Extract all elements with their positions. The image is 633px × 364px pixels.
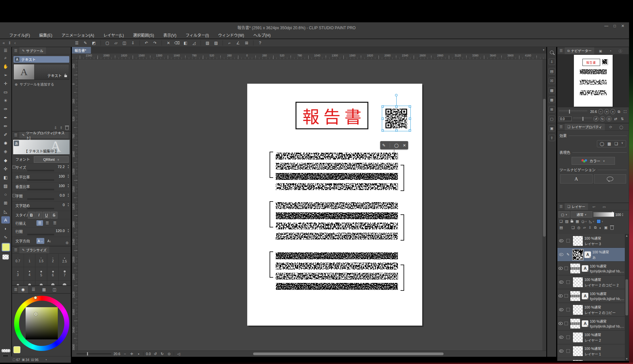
brush-size-cell[interactable]: 2.5: [59, 254, 71, 267]
checkbox-icon[interactable]: [566, 335, 570, 339]
layer-thumbnail[interactable]: [570, 291, 580, 301]
tool-button[interactable]: ▭: [1, 88, 10, 96]
menu-item[interactable]: フィルター(I): [181, 32, 213, 38]
menu-item[interactable]: 編集(E): [34, 32, 57, 38]
rotation-value[interactable]: 0.0: [146, 352, 151, 356]
menu-item[interactable]: アニメーション(A): [57, 32, 99, 38]
layer-visibility-toggle[interactable]: [557, 308, 565, 311]
layer-thumbnail[interactable]: [570, 318, 580, 329]
halftone-icon[interactable]: ▩: [549, 87, 555, 94]
tool-button[interactable]: ✐: [1, 131, 10, 138]
info-tab[interactable]: ▣: [596, 47, 605, 54]
layer-row[interactable]: ✎ A⚙ 100 %通常 レイヤー 2: [557, 331, 625, 344]
tool-button[interactable]: ✒: [1, 114, 10, 121]
lock-layer-icon[interactable]: [571, 221, 573, 223]
command-icon[interactable]: [100, 40, 101, 46]
brush-size-cell[interactable]: 3: [12, 267, 24, 281]
main-color-chip[interactable]: [2, 243, 10, 251]
resize-handle[interactable]: [409, 118, 411, 120]
zoom-value[interactable]: 20.6: [114, 352, 120, 356]
command-icon[interactable]: ▢: [104, 40, 111, 46]
fit-screen-button[interactable]: ▪: [136, 352, 141, 356]
nav-zoom-value[interactable]: 20.6: [589, 110, 597, 114]
layer-thumbnail[interactable]: [573, 360, 583, 361]
tool-button[interactable]: ✏: [1, 122, 10, 130]
command-icon[interactable]: ☰: [73, 40, 80, 46]
checkbox-icon[interactable]: [566, 308, 570, 311]
command-icon[interactable]: ✕: [165, 40, 172, 46]
zoom-out-button[interactable]: −: [598, 109, 603, 114]
trash-icon[interactable]: [65, 127, 69, 130]
layer-thumbnail[interactable]: [573, 305, 583, 315]
opacity-spinner[interactable]: ▲▼: [622, 213, 624, 217]
previous-view-icon[interactable]: ◁: [176, 352, 181, 356]
fullscreen-icon[interactable]: ⛶: [623, 110, 627, 114]
tone-effect-icon[interactable]: ▩: [607, 141, 611, 146]
brush-size-cell[interactable]: 4: [24, 267, 36, 281]
char-spacing-spinner[interactable]: ▲▼: [67, 193, 69, 198]
mask-enable-icon[interactable]: ▦: [576, 219, 579, 224]
checkbox-icon[interactable]: [566, 239, 570, 243]
new-layer-dialog-icon[interactable]: ◎: [577, 225, 580, 230]
layer-thumbnail[interactable]: [573, 249, 583, 260]
size-value[interactable]: 72.2: [58, 165, 65, 169]
ruler-range-icon[interactable]: ◺: [589, 219, 592, 224]
layer-name[interactable]: fgshjdjknlk,bjjbaf hb,jhbhl.hkvl.hv: [590, 324, 625, 328]
zoom-in-button[interactable]: ✛: [129, 352, 134, 356]
pattern-icon[interactable]: ▦: [549, 96, 555, 103]
layer-color-chip[interactable]: [597, 219, 601, 224]
tool-button[interactable]: ◆: [1, 157, 10, 164]
reset-rotation-button[interactable]: ⊙: [606, 116, 612, 121]
italic-button[interactable]: I: [35, 212, 42, 219]
layer-visibility-toggle[interactable]: [557, 336, 565, 339]
command-icon[interactable]: ◧: [182, 40, 189, 46]
tool-button[interactable]: ✺: [1, 139, 10, 147]
layer-row[interactable]: ✎ A⚙ 100 %通常 fgshjdjknlk,bjjbaf hb,jhbhl…: [557, 262, 625, 275]
command-icon[interactable]: ⌐: [226, 40, 233, 46]
char-spacing-value[interactable]: 0.0: [60, 193, 65, 197]
color-slider-tab[interactable]: ☰: [29, 286, 38, 293]
bold-button[interactable]: B: [28, 212, 35, 219]
h-ratio-value[interactable]: 100: [59, 174, 65, 178]
brush-size-cell[interactable]: 7: [59, 267, 71, 281]
delete-layer-icon[interactable]: [610, 226, 614, 230]
tool-button[interactable]: ○: [1, 191, 10, 198]
new-folder-icon[interactable]: ▱: [583, 225, 586, 230]
qr-text-block[interactable]: [276, 252, 398, 290]
fit-window-icon[interactable]: ⧉: [617, 110, 621, 114]
layer-thumbnail[interactable]: [573, 277, 583, 288]
tool-button[interactable]: ◗: [1, 225, 10, 232]
char-spacing-slider[interactable]: [27, 198, 54, 200]
strikethrough-button[interactable]: S: [51, 212, 57, 219]
layer-row[interactable]: ✎ A⚙ 100 %通常 fgshjdjknlk,bjjbaf hb,jhbhl…: [557, 289, 625, 303]
opacity-value[interactable]: 100: [615, 213, 621, 217]
collapse-left-icon[interactable]: «: [3, 41, 5, 45]
create-mask-icon[interactable]: ◐: [599, 226, 601, 230]
clip-below-icon[interactable]: ❏: [559, 219, 563, 224]
nav-rotation-slider[interactable]: [573, 117, 592, 120]
h-ratio-spinner[interactable]: ▲▼: [67, 174, 69, 179]
layer-row[interactable]: ✎ A⚙ 100 %通常 あ: [557, 248, 625, 262]
transfer-down-icon[interactable]: ⇩: [588, 225, 591, 230]
panel-menu-icon[interactable]: ☰: [14, 49, 17, 53]
layer-visibility-toggle[interactable]: [557, 253, 565, 256]
checkbox-icon[interactable]: [564, 294, 568, 298]
collapse-prev-icon[interactable]: ‹: [14, 41, 16, 45]
command-icon[interactable]: [201, 40, 201, 46]
layer-visibility-toggle[interactable]: [557, 322, 563, 325]
grid-icon[interactable]: ⊞: [549, 106, 555, 113]
tool-strip-menu-icon[interactable]: ☰: [0, 47, 11, 53]
layer-color-effect-icon[interactable]: ❏: [614, 141, 618, 146]
x-box-icon[interactable]: ☒: [549, 77, 555, 84]
tool-button[interactable]: ⊞: [1, 199, 10, 206]
layer-name[interactable]: レイヤー 2 のコピー 2: [584, 283, 619, 288]
reset-rotation-button[interactable]: ⊙: [167, 352, 171, 356]
qr-code-object[interactable]: [383, 107, 410, 130]
subtool-group-text[interactable]: A テキスト: [13, 56, 69, 63]
brush-size-cell[interactable]: 2: [47, 254, 59, 267]
current-color-chip[interactable]: [13, 346, 20, 353]
layer-search-tab[interactable]: ↩: [590, 203, 598, 210]
align-right-button[interactable]: ☰: [52, 220, 58, 226]
h-ratio-slider[interactable]: [27, 179, 54, 181]
command-icon[interactable]: ▱: [112, 40, 120, 46]
